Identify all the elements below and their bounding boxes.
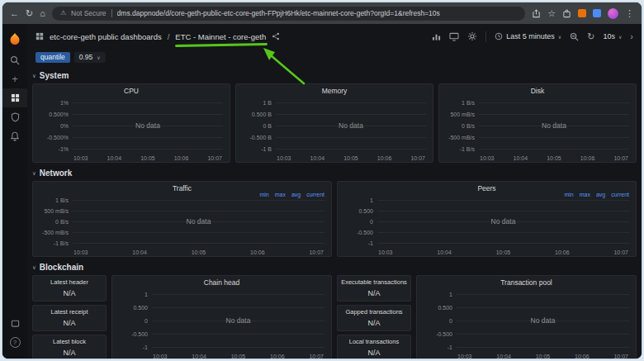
y-axis-tick-label: 1 [144,292,148,297]
address-divider [111,9,112,17]
x-axis-tick-label: 10:03 [378,249,393,255]
panel-title[interactable]: Executable transactions [338,276,410,287]
variable-value: 0.95 [79,53,93,61]
panel-title[interactable]: Latest receipt [33,306,106,316]
plugins-shield-icon[interactable] [2,107,27,126]
back-icon[interactable]: ← [10,9,19,18]
plot-area: No dataminmaxavgcurrent [73,195,324,246]
legend-stat-current[interactable]: current [611,192,629,197]
y-axis-tick-label: 0.500 [438,305,452,311]
panel-title[interactable]: CPU [33,84,230,96]
tv-mode-icon[interactable] [449,32,459,41]
legend-stat-max[interactable]: max [580,192,590,197]
gridline [479,137,629,138]
extensions-puzzle-icon[interactable] [562,9,571,18]
home-icon[interactable]: ⌂ [40,9,45,18]
dashboard-settings-icon[interactable] [467,31,477,41]
panel-title[interactable]: Memory [236,84,433,96]
gridline [73,211,324,211]
kiosk-chevron-icon[interactable]: › [630,32,633,41]
panel-title[interactable]: Disk [439,84,636,96]
legend-stat-max[interactable]: max [275,192,286,197]
gridline [377,243,629,244]
row-header-blockchain[interactable]: ∨ Blockchain [32,261,637,273]
x-axis-tick-label: 10:06 [377,155,392,161]
x-axis-tick-label: 10:05 [192,249,206,255]
address-bar[interactable]: ⚠ Not Secure dms.dappnode/d/core-geth-pu… [52,7,525,21]
panel-local-transactions: Local transactionsN/A [337,335,411,359]
y-axis-tick-label: 1% [60,100,69,106]
legend: minmaxavgcurrent [564,192,629,197]
row-label-network: Network [40,169,72,178]
share-dashboard-icon[interactable] [272,32,280,40]
breadcrumb-folder[interactable]: etc-core-geth public dashboards [50,32,162,41]
y-axis-tick-label: -0.500% [47,135,69,140]
graph-body: 10.5000-0.500-1No dataminmaxavgcurrent10… [338,193,636,256]
legend-stat-avg[interactable]: avg [596,192,605,197]
plot-area: No data [276,97,426,152]
bookmark-star-icon[interactable]: ☆ [547,9,556,18]
add-panel-icon[interactable] [432,32,441,41]
stat-value: N/A [338,316,410,330]
dashboard-nav: etc-core-geth public dashboards / ETC - … [27,24,642,49]
panel-title[interactable]: Chain head [112,276,331,287]
zoom-out-icon[interactable] [570,32,579,41]
panels-square-icon[interactable] [2,314,27,333]
create-plus-icon[interactable]: + [2,69,27,88]
dashboard-title-text: ETC - Mainnet - core-geth [175,32,266,41]
gridline [479,102,629,103]
browser-menu-icon[interactable]: ⋮ [625,9,634,18]
time-range-picker[interactable]: Last 5 minutes ∨ [495,32,561,40]
share-icon[interactable] [532,9,541,18]
y-axis-tick-label: -0.500 [436,331,452,337]
variable-value-dropdown[interactable]: 0.95 ∨ [74,52,106,63]
legend-stat-current[interactable]: current [306,192,324,197]
y-axis-tick-label: 0 [370,219,373,225]
extension-badge-orange[interactable] [578,9,586,17]
panel-title[interactable]: Latest block [33,335,106,346]
panel-gapped-transactions: Gapped transactionsN/A [337,305,411,331]
legend-stat-min[interactable]: min [259,192,268,197]
x-axis-tick-label: 10:07 [613,354,628,359]
legend-stat-avg[interactable]: avg [291,192,301,197]
extension-badge-blue[interactable] [593,9,601,17]
chevron-down-icon: ∨ [32,264,36,271]
x-axis-tick-label: 10:04 [192,354,206,359]
x-axis-tick-label: 10:07 [410,155,425,161]
panel-title[interactable]: Local transactions [338,335,410,346]
refresh-button[interactable]: ↻ [587,32,594,41]
grafana-logo[interactable] [2,29,27,49]
stat-stack-left: Latest headerN/A Latest receiptN/A Lates… [32,275,107,359]
x-axis-tick-label: 10:05 [547,155,561,161]
legend-stat-min[interactable]: min [564,192,573,197]
chevron-down-icon: ∨ [32,170,36,177]
x-axis: 10:0310:0410:0510:0610:07 [152,350,324,359]
y-axis-tick-label: 0 [449,318,452,324]
reload-icon[interactable]: ↻ [26,9,33,18]
panel-title[interactable]: Latest header [33,276,106,287]
alerting-bell-icon[interactable] [2,126,27,145]
profile-avatar[interactable] [608,8,618,19]
gridline [152,294,324,295]
legend: minmaxavgcurrent [259,192,324,197]
y-axis-tick-label: 1 B [263,100,272,106]
dashboards-grid-icon[interactable] [2,88,27,107]
x-axis-tick-label: 10:06 [555,249,570,255]
panel-disk: Disk1 B/s500 mB/s0 B/s-500 mB/s-1 B/sNo … [438,83,637,163]
refresh-interval-select[interactable]: 10s ∨ [603,32,622,40]
row-header-network[interactable]: ∨ Network [32,167,637,179]
breadcrumb-dashboard-name[interactable]: ETC - Mainnet - core-geth [175,32,266,41]
panel-title[interactable]: Transaction pool [417,276,636,287]
graph-body: 1 B/s500 mB/s0 B/s-500 mB/s-1 B/sNo data… [33,193,331,256]
x-axis-tick-label: 10:06 [250,249,265,255]
search-icon[interactable] [2,50,27,69]
panel-title[interactable]: Gapped transactions [338,306,410,316]
panel-latest-receipt: Latest receiptN/A [32,305,107,331]
row-header-system[interactable]: ∨ System [32,69,637,82]
browser-toolbar: ← ↻ ⌂ ⚠ Not Secure dms.dappnode/d/core-g… [2,2,642,24]
dashboard-canvas: ∨ System CPU1%0.500%0%-0.500%-1%No data1… [27,65,642,359]
no-data-label: No data [135,121,160,130]
help-icon[interactable]: ? [2,333,27,352]
security-label: Not Secure [71,9,107,17]
x-axis-tick-label: 10:07 [613,155,628,161]
